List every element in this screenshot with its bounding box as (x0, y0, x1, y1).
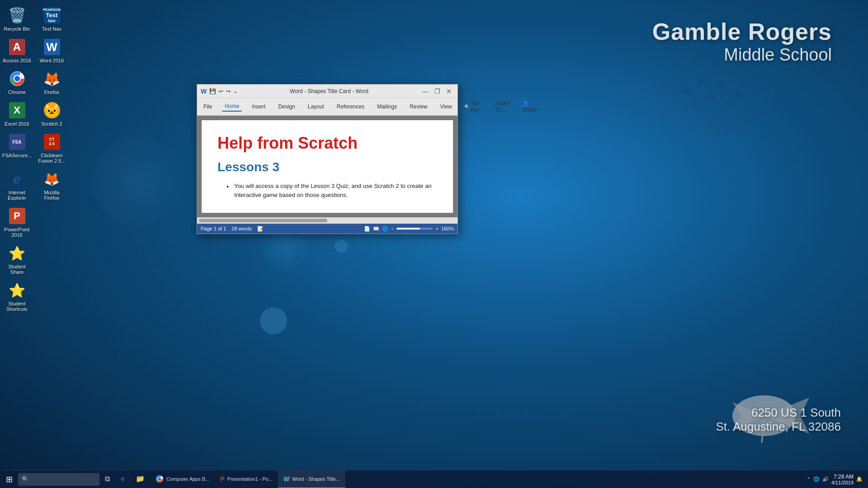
taskbar-date: 4/11/2019 (831, 480, 854, 485)
search-input[interactable] (32, 476, 96, 483)
access-2016-label: Access 2016 (3, 58, 31, 63)
page-count: Page 1 of 1 (201, 226, 226, 232)
word-count: 28 words (231, 226, 252, 232)
ribbon-review[interactable]: Review (407, 102, 430, 111)
chrome-icon[interactable]: Chrome (0, 67, 34, 98)
powerpoint-2016-icon[interactable]: P PowerPoint 2016 (0, 204, 34, 240)
taskbar-chrome-icon (156, 475, 164, 483)
ribbon-tell-me[interactable]: 🔍Tell me... (462, 99, 486, 114)
fsa-secure-label: FSASecure... (2, 153, 32, 158)
zoom-minus[interactable]: − (391, 226, 394, 231)
bullet-dot: • (226, 182, 229, 199)
doc-body: • You will access a copy of the Lesson 3… (217, 182, 437, 199)
word-ribbon: File Home Insert Design Layout Reference… (197, 98, 458, 116)
ribbon-design[interactable]: Design (275, 102, 297, 111)
view-normal[interactable]: 📄 (364, 226, 370, 232)
zoom-plus[interactable]: + (435, 226, 438, 231)
quick-access-more[interactable]: ⌄ (233, 88, 238, 94)
student-shortcuts-icon[interactable]: ⭐ Student Shortcuts (0, 278, 34, 314)
taskbar-chrome[interactable]: Computer Apps B... (150, 470, 215, 488)
excel-2016-label: Excel 2016 (5, 121, 29, 127)
chrome-image (8, 70, 26, 88)
volume-icon[interactable]: 🔊 (822, 476, 829, 482)
test-nav-icon[interactable]: PEARSON Test Nav Test Nav (35, 4, 69, 34)
student-shortcuts-image: ⭐ (8, 281, 26, 299)
word-titlebar: W 💾 ↩ ↪ ⌄ Word - Shapes Title Card - Wor… (197, 84, 458, 98)
minimize-button[interactable]: — (420, 86, 430, 96)
taskbar: ⊞ 🔍 ⧉ e 📁 Computer Apps (0, 470, 868, 488)
school-name-line2: Middle School (652, 45, 832, 65)
notification-icon[interactable]: 🔔 (856, 476, 863, 482)
ribbon-references[interactable]: References (334, 102, 367, 111)
word-icon-small: W (201, 88, 207, 95)
language-icon: 📝 (257, 226, 264, 232)
recycle-bin-image: 🗑️ (8, 6, 26, 24)
fsa-secure-icon[interactable]: FSA FSASecure... (0, 130, 34, 166)
test-nav-label: Test Nav (42, 26, 61, 32)
zoom-bar[interactable] (396, 228, 433, 230)
taskbar-chrome-label: Computer Apps B... (166, 476, 209, 482)
view-web[interactable]: 🌐 (382, 226, 388, 232)
school-address-line1: 6250 US 1 South (716, 406, 841, 420)
quick-access-undo[interactable]: ↩ (219, 88, 223, 94)
taskbar-ppt[interactable]: P Presentation1 - Po... (215, 470, 278, 488)
ribbon-view[interactable]: View (438, 102, 455, 111)
taskbar-time: 7:28 AM (831, 474, 854, 480)
word-window: W 💾 ↩ ↪ ⌄ Word - Shapes Title Card - Wor… (197, 84, 458, 234)
taskbar-word-icon: W (283, 475, 289, 483)
statusbar-left: Page 1 of 1 28 words 📝 (201, 226, 264, 232)
svg-point-4 (734, 92, 740, 98)
ribbon-insert[interactable]: Insert (249, 102, 268, 111)
svg-point-5 (705, 93, 714, 102)
taskbar-word-label: Word - Shapes Title... (292, 476, 340, 482)
clickteam-icon[interactable]: CT2.5 Clickteam Fusion 2.5... (35, 130, 69, 166)
tray-up-arrow[interactable]: ⌃ (807, 477, 811, 482)
clickteam-label: Clickteam Fusion 2.5... (37, 153, 67, 164)
start-button[interactable]: ⊞ (0, 470, 18, 488)
maximize-button[interactable]: ❐ (432, 86, 442, 96)
taskbar-search[interactable]: 🔍 (18, 473, 99, 486)
taskbar-edge[interactable]: e (115, 470, 130, 488)
svg-point-15 (158, 478, 161, 480)
ribbon-user[interactable]: Justin Th... (493, 99, 512, 114)
ribbon-layout[interactable]: Layout (305, 102, 327, 111)
word-page[interactable]: Help from Scratch Lessons 3 • You will a… (202, 120, 453, 213)
svg-point-3 (719, 82, 727, 90)
ribbon-mailings[interactable]: Mailings (374, 102, 400, 111)
svg-point-0 (656, 63, 773, 136)
internet-explorer-icon[interactable]: ℯ Internet Explorer (0, 167, 34, 203)
titlebar-buttons: — ❐ ✕ (420, 86, 454, 96)
student-share-icon[interactable]: ⭐ Student Share (0, 241, 34, 277)
task-view-button[interactable]: ⧉ (99, 470, 115, 488)
ribbon-share[interactable]: 👤 Share (519, 99, 539, 114)
chrome-label: Chrome (8, 89, 26, 95)
taskbar-file-explorer[interactable]: 📁 (130, 470, 150, 488)
word-2016-icon[interactable]: W Word 2016 (35, 35, 69, 66)
recycle-bin-icon[interactable]: 🗑️ Recycle Bin (0, 4, 34, 34)
quick-access-redo[interactable]: ↪ (226, 88, 231, 94)
excel-2016-icon[interactable]: X Excel 2016 (0, 99, 34, 129)
ribbon-home[interactable]: Home (222, 102, 242, 112)
firefox-icon[interactable]: 🦊 Firefox (35, 67, 69, 98)
scratch2-icon[interactable]: 🐱 Scratch 2 (35, 99, 69, 129)
taskbar-clock[interactable]: 7:28 AM 4/11/2019 (831, 474, 854, 485)
excel-2016-image: X (8, 101, 26, 119)
recycle-bin-label: Recycle Bin (4, 26, 30, 32)
close-button[interactable]: ✕ (444, 86, 454, 96)
view-reading[interactable]: 📖 (373, 226, 379, 232)
mozilla-label: Mozilla Firefox (37, 190, 67, 201)
desktop: Gamble Rogers Middle School 6250 US 1 So… (0, 0, 868, 488)
quick-access-save[interactable]: 💾 (209, 88, 216, 94)
svg-point-6 (693, 101, 699, 107)
word-statusbar: Page 1 of 1 28 words 📝 📄 📖 🌐 − + 160% (197, 224, 458, 234)
edge-icon: e (121, 475, 125, 483)
taskbar-word[interactable]: W Word - Shapes Title... (278, 470, 345, 488)
scratch2-label: Scratch 2 (41, 121, 62, 127)
word-title: Word - Shapes Title Card - Word (238, 88, 420, 94)
horizontal-scrollbar[interactable] (197, 217, 458, 224)
student-shortcuts-label: Student Shortcuts (2, 301, 32, 312)
ribbon-file[interactable]: File (201, 102, 215, 111)
mozilla-firefox-icon[interactable]: 🦊 Mozilla Firefox (35, 167, 69, 203)
doc-subtitle: Lessons 3 (217, 160, 437, 174)
access-2016-icon[interactable]: A Access 2016 (0, 35, 34, 66)
